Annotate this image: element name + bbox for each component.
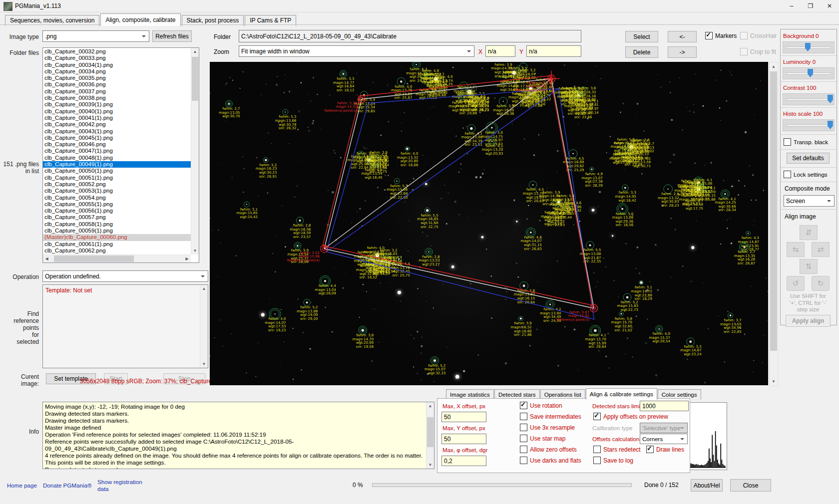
detected-stars-limit-input[interactable]: 1000 bbox=[640, 401, 689, 411]
scroll-up-icon[interactable]: ▲ bbox=[191, 48, 199, 55]
y-coord-input[interactable]: n/a bbox=[526, 45, 581, 57]
settings-tab-3[interactable]: Align & calibrate settings bbox=[586, 388, 657, 400]
list-item[interactable]: clb_Capture_00056(1).png bbox=[43, 208, 191, 214]
list-item[interactable]: clb_Capture_00035.png bbox=[43, 75, 191, 81]
info-box-scrollbar[interactable]: ▲ ▼ bbox=[426, 402, 434, 469]
crosshair-checkbox[interactable]: CrossHair bbox=[740, 32, 777, 39]
move-vertical-alt-icon[interactable]: ⇅ bbox=[800, 259, 818, 274]
stars-redetect-checkbox[interactable]: Stars redetect bbox=[593, 446, 641, 453]
select-button[interactable]: Select bbox=[625, 31, 658, 42]
donate-link[interactable]: Donate PGMania® bbox=[43, 482, 91, 489]
list-item[interactable]: clb_Capture_00045(1).png bbox=[43, 135, 191, 141]
list-item[interactable]: clb_Capture_00057.png bbox=[43, 214, 191, 221]
transp-black-checkbox[interactable]: Transp. black bbox=[784, 138, 828, 146]
rotate-cw-icon[interactable]: ↻ bbox=[812, 276, 830, 291]
use-3x-resample-checkbox[interactable]: Use 3x resample bbox=[520, 424, 575, 431]
slider-thumb-icon[interactable] bbox=[828, 95, 833, 103]
list-item[interactable]: clb_Capture_00042.png bbox=[43, 121, 191, 128]
file-list-horizontal-scrollbar[interactable]: ◀ ▶ bbox=[43, 254, 191, 262]
preview-vertical-scrollbar[interactable]: ▲ ▼ bbox=[769, 62, 778, 386]
list-item[interactable]: clb_Capture_00059(1).png bbox=[43, 228, 191, 234]
scroll-down-icon[interactable]: ▼ bbox=[770, 378, 778, 385]
list-item[interactable]: clb_Capture_00058(1).png bbox=[43, 221, 191, 228]
x-coord-input[interactable]: n/a bbox=[485, 45, 515, 57]
list-item[interactable]: clb_Capture_00039(1).png bbox=[43, 101, 191, 108]
slider-thumb-icon[interactable] bbox=[828, 121, 833, 129]
list-item[interactable]: clb_Capture_00034(1).png bbox=[43, 62, 191, 68]
scroll-down-icon[interactable]: ▼ bbox=[191, 247, 199, 254]
markers-checkbox[interactable]: Markers bbox=[705, 32, 737, 39]
apply-offsets-checkbox[interactable]: Apply offsets on preview bbox=[593, 413, 668, 420]
list-item[interactable]: clb_Capture_00046.png bbox=[43, 141, 191, 148]
list-item[interactable]: clb_Capture_00055(1).png bbox=[43, 201, 191, 208]
list-item[interactable]: clb_Capture_00036.png bbox=[43, 81, 191, 88]
move-right-icon[interactable]: ⇄ bbox=[812, 242, 830, 257]
list-item[interactable]: clb_Capture_00034.png bbox=[43, 68, 191, 75]
composite-mode-dropdown[interactable]: Screen bbox=[784, 195, 835, 207]
scroll-up-icon[interactable]: ▲ bbox=[200, 285, 208, 292]
list-item[interactable]: clb_Capture_00037.png bbox=[43, 88, 191, 95]
calibration-type-dropdown[interactable]: 'Selective' type bbox=[640, 423, 688, 433]
list-item[interactable]: clb_Capture_00040(1).png bbox=[43, 108, 191, 115]
scroll-left-icon[interactable]: ◀ bbox=[43, 255, 50, 262]
list-item[interactable]: clb_Capture_00051(1).png bbox=[43, 175, 191, 181]
lock-settings-checkbox[interactable]: Lock settings bbox=[784, 171, 828, 178]
folder-files-list[interactable]: clb_Capture_00032.pngclb_Capture_00033.p… bbox=[42, 47, 199, 263]
list-item[interactable]: clb_Capture_00041(1).png bbox=[43, 115, 191, 121]
file-list-hscroll-thumb[interactable] bbox=[54, 255, 134, 262]
apply-align-button[interactable]: Apply align bbox=[786, 315, 831, 327]
save-to-log-checkbox[interactable]: Save to log bbox=[593, 457, 633, 464]
about-help-button[interactable]: About/Hel bbox=[691, 479, 723, 492]
scroll-down-icon[interactable]: ▼ bbox=[426, 461, 434, 469]
move-left-icon[interactable]: ⇆ bbox=[787, 242, 805, 257]
scroll-right-icon[interactable]: ▶ bbox=[183, 255, 191, 262]
registration-link[interactable]: Show registration bbox=[97, 479, 142, 485]
list-item[interactable]: clb_Capture_00047(1).png bbox=[43, 148, 191, 154]
max-phi-offset-input[interactable]: 0,2 bbox=[441, 456, 486, 466]
list-item[interactable]: (Master)clb_Capture_00060.png bbox=[43, 234, 191, 241]
next-image-button[interactable]: -> bbox=[668, 46, 697, 58]
delete-button[interactable]: Delete bbox=[625, 46, 658, 58]
image-type-dropdown[interactable]: .png bbox=[42, 30, 149, 42]
list-item[interactable]: clb_Capture_00032.png bbox=[43, 48, 191, 55]
template-box-scrollbar[interactable]: ▲ ▼ bbox=[200, 285, 208, 368]
use-rotation-checkbox[interactable]: Use rotation bbox=[520, 402, 562, 409]
close-button[interactable]: Close bbox=[730, 479, 771, 492]
registration-link-2[interactable]: data bbox=[97, 486, 109, 492]
draw-lines-checkbox[interactable]: Draw lines bbox=[646, 446, 684, 453]
zoom-dropdown[interactable]: Fit image width in window bbox=[239, 45, 474, 57]
info-scroll-thumb[interactable] bbox=[427, 417, 433, 447]
list-item[interactable]: clb_Capture_00052.png bbox=[43, 181, 191, 188]
star-preview-canvas[interactable] bbox=[210, 62, 768, 385]
max-y-offset-input[interactable]: 50 bbox=[441, 434, 486, 444]
list-item[interactable]: clb_Capture_00033.png bbox=[43, 55, 191, 61]
list-item[interactable]: clb_Capture_00053(1).png bbox=[43, 188, 191, 194]
list-item[interactable]: clb_Capture_00061(1).png bbox=[43, 241, 191, 248]
use-star-map-checkbox[interactable]: Use star map bbox=[520, 435, 565, 442]
slider-thumb-icon[interactable] bbox=[805, 43, 811, 51]
list-item[interactable]: clb_Capture_00062.png bbox=[43, 248, 191, 254]
scroll-down-icon[interactable]: ▼ bbox=[200, 360, 208, 368]
max-x-offset-input[interactable]: 50 bbox=[441, 412, 486, 422]
scroll-up-icon[interactable]: ▲ bbox=[770, 63, 778, 70]
save-intermediates-checkbox[interactable]: Save intermediates bbox=[520, 413, 581, 420]
rotate-ccw-icon[interactable]: ↺ bbox=[787, 276, 805, 291]
move-vertical-icon[interactable]: ⇵ bbox=[800, 225, 818, 240]
slider-thumb-icon[interactable] bbox=[808, 69, 813, 77]
list-item[interactable]: clb_Capture_00050(1).png bbox=[43, 168, 191, 174]
set-defaults-button[interactable]: Set defaults bbox=[787, 153, 830, 164]
allow-zero-offsets-checkbox[interactable]: Allow zero offsets bbox=[520, 446, 577, 453]
close-window-button[interactable]: ✕ bbox=[820, 0, 839, 12]
list-item[interactable]: clb_Capture_00054.png bbox=[43, 195, 191, 201]
home-page-link[interactable]: Home page bbox=[7, 482, 37, 489]
list-item[interactable]: clb_Capture_00043(1).png bbox=[43, 128, 191, 135]
maximize-button[interactable]: ❐ bbox=[801, 0, 820, 12]
contrast-slider[interactable] bbox=[783, 93, 835, 105]
file-list-vscroll-thumb[interactable] bbox=[192, 57, 198, 101]
operation-dropdown[interactable]: Operation undefined. bbox=[42, 270, 208, 282]
histo-scale-slider[interactable] bbox=[783, 119, 835, 131]
refresh-files-button[interactable]: Refresh files bbox=[152, 30, 192, 42]
background-slider[interactable] bbox=[783, 41, 835, 53]
main-tab-1[interactable]: Align, composite, calibrate bbox=[100, 13, 180, 26]
list-item[interactable]: clb_Capture_00048(1).png bbox=[43, 155, 191, 161]
